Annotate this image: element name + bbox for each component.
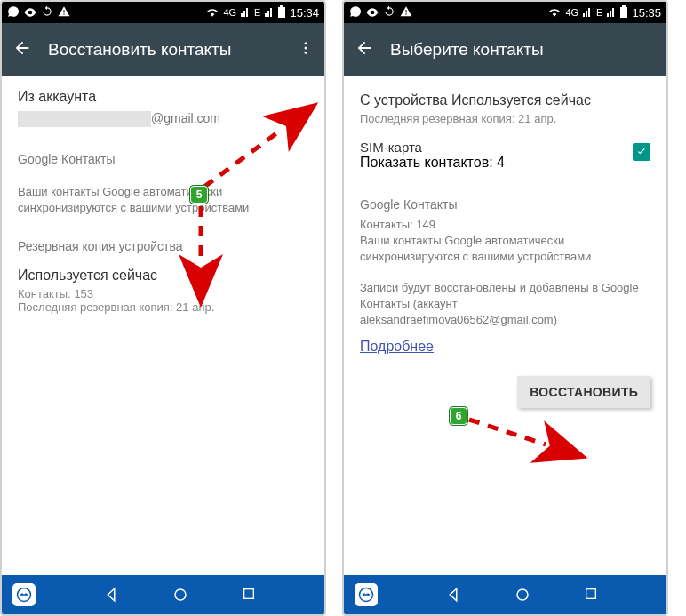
device-title: С устройства Используется сейчас (360, 92, 650, 108)
eye-icon (366, 6, 379, 20)
device-section: С устройства Используется сейчас Последн… (344, 76, 666, 131)
title-bar: Выберите контакты (344, 23, 666, 76)
clock-label: 15:35 (632, 6, 661, 20)
nav-back-icon[interactable] (103, 587, 119, 603)
network-e-label: E (596, 7, 602, 18)
google-contacts-count: Контакты: 149 (360, 217, 650, 233)
device-contacts: Контакты: 153 (18, 287, 308, 300)
email-redacted (18, 111, 151, 127)
svg-point-1 (305, 47, 307, 50)
phone-screen-right: 4G E 15:35 Выберите контакты С устройств… (342, 0, 668, 616)
account-label: Из аккаунта (18, 89, 308, 105)
clock-label: 15:34 (290, 6, 319, 20)
learn-more-link[interactable]: Подробнее (360, 339, 434, 354)
device-last-backup: Последняя резервная копия: 21 апр. (360, 112, 650, 125)
nav-home-icon[interactable] (172, 587, 188, 603)
network-label: 4G (223, 7, 236, 18)
svg-point-2 (305, 52, 307, 54)
google-desc: Ваши контакты Google автоматически синхр… (18, 184, 308, 216)
phone-screen-left: 4G E 15:34 Восстановить контакты Из акка… (0, 0, 326, 616)
restore-button[interactable]: ВОССТАНОВИТЬ (517, 376, 650, 408)
network-label: 4G (565, 7, 578, 18)
sim-count: Показать контактов: 4 (360, 155, 622, 171)
sim-card-row[interactable]: SIM-карта Показать контактов: 4 (344, 131, 666, 180)
svg-point-0 (305, 42, 307, 44)
wifi-icon (548, 6, 561, 20)
google-desc: Ваши контакты Google автоматически синхр… (360, 233, 650, 265)
restore-info: Записи будут восстановлены и добавлены в… (344, 266, 666, 334)
step-badge-6: 6 (450, 407, 467, 425)
nav-bar (2, 575, 324, 614)
device-last-backup: Последняя резервная копия: 21 апр. (18, 300, 308, 314)
dropdown-caret-icon[interactable] (296, 108, 305, 114)
signal-1-icon (583, 6, 592, 20)
sync-icon (383, 5, 395, 20)
whatsapp-icon (7, 5, 20, 20)
svg-point-4 (175, 589, 186, 600)
device-row[interactable]: Используется сейчас Контакты: 153 Послед… (2, 259, 324, 319)
svg-rect-8 (586, 589, 595, 599)
wifi-icon (206, 6, 219, 20)
account-selector[interactable]: Из аккаунта @gmail.com (2, 76, 324, 136)
status-bar: 4G E 15:34 (2, 2, 324, 23)
back-icon[interactable] (355, 38, 374, 61)
warning-icon (400, 5, 412, 20)
svg-point-7 (517, 589, 528, 600)
eye-icon (24, 6, 36, 20)
checkbox-checked-icon[interactable] (633, 143, 650, 161)
content-area: Из аккаунта @gmail.com Google Контакты В… (2, 76, 324, 575)
step-badge-5: 5 (190, 186, 208, 204)
nav-home-icon[interactable] (514, 587, 530, 603)
svg-rect-5 (243, 589, 253, 599)
back-icon[interactable] (12, 38, 32, 61)
nav-recent-icon[interactable] (584, 587, 598, 603)
google-section-head: Google Контакты (2, 136, 324, 172)
restore-info-text: Записи будут восстановлены и добавлены в… (360, 281, 639, 326)
sync-icon (41, 5, 53, 20)
signal-1-icon (241, 6, 250, 20)
email-domain: @gmail.com (151, 111, 220, 125)
content-area: С устройства Используется сейчас Последн… (344, 76, 666, 575)
signal-2-icon (607, 6, 616, 20)
battery-icon (620, 5, 627, 20)
nav-recent-icon[interactable] (242, 587, 256, 603)
overflow-menu-icon[interactable] (298, 40, 314, 60)
sim-title: SIM-карта (360, 140, 622, 155)
title-bar: Восстановить контакты (2, 23, 324, 76)
network-e-label: E (254, 7, 260, 18)
nav-bar (344, 575, 666, 614)
nav-back-icon[interactable] (445, 587, 461, 603)
google-section-head: Google Контакты (344, 180, 666, 217)
teamviewer-icon[interactable] (355, 583, 378, 606)
signal-2-icon (265, 6, 274, 20)
device-title: Используется сейчас (18, 268, 308, 284)
warning-icon (58, 5, 70, 20)
page-title: Восстановить контакты (48, 40, 282, 60)
page-title: Выберите контакты (390, 40, 656, 60)
whatsapp-icon (349, 5, 362, 20)
battery-icon (278, 5, 285, 20)
backup-section-head: Резервная копия устройства (2, 223, 324, 259)
teamviewer-icon[interactable] (12, 583, 36, 606)
status-bar: 4G E 15:35 (344, 2, 666, 23)
